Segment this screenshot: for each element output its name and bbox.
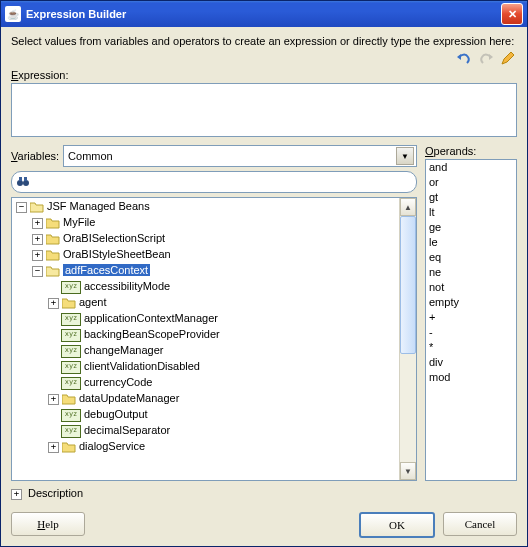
operand-item[interactable]: mod	[426, 370, 516, 385]
plus-icon: +	[11, 489, 22, 500]
tree-label: accessibilityMode	[84, 280, 170, 292]
tree-label: backingBeanScopeProvider	[84, 328, 220, 340]
help-button[interactable]: Help	[11, 512, 85, 536]
variables-label: Variables:	[11, 150, 59, 162]
minus-icon[interactable]: −	[16, 202, 27, 213]
tree-folder[interactable]: +dialogService	[48, 438, 416, 454]
operands-label: Operands:	[425, 145, 517, 157]
operands-list[interactable]: andorgtltgeleeqnenotempty+-*divmod	[425, 159, 517, 481]
variable-icon: xyz	[61, 361, 81, 374]
tree-variable[interactable]: xyzdecimalSeparator	[48, 422, 416, 438]
operand-item[interactable]: gt	[426, 190, 516, 205]
tree-label: adfFacesContext	[63, 264, 150, 276]
folder-icon	[30, 202, 44, 213]
tree-label: applicationContextManager	[84, 312, 218, 324]
operand-item[interactable]: empty	[426, 295, 516, 310]
tree-label: debugOutput	[84, 408, 148, 420]
window-title: Expression Builder	[26, 8, 501, 20]
tree-label: changeManager	[84, 344, 164, 356]
plus-icon[interactable]: +	[48, 442, 59, 453]
tree-folder[interactable]: −adfFacesContextxyzaccessibilityMode+age…	[32, 262, 416, 454]
app-icon: ☕	[5, 6, 21, 22]
tree-label: currencyCode	[84, 376, 152, 388]
tree-label: agent	[79, 296, 107, 308]
operand-item[interactable]: +	[426, 310, 516, 325]
plus-icon[interactable]: +	[32, 250, 43, 261]
scroll-down-button[interactable]: ▼	[400, 462, 416, 480]
operand-item[interactable]: not	[426, 280, 516, 295]
expression-label: Expression:	[11, 69, 517, 81]
folder-icon	[46, 266, 60, 277]
chevron-down-icon: ▼	[396, 147, 414, 165]
plus-icon[interactable]: +	[48, 394, 59, 405]
intro-text: Select values from variables and operato…	[11, 35, 517, 47]
operand-item[interactable]: -	[426, 325, 516, 340]
operand-item[interactable]: ge	[426, 220, 516, 235]
tree-variable[interactable]: xyzaccessibilityMode	[48, 278, 416, 294]
tree-folder[interactable]: +OraBIStyleSheetBean	[32, 246, 416, 262]
close-button[interactable]: ✕	[501, 3, 523, 25]
search-field[interactable]	[11, 171, 417, 193]
tree-label: JSF Managed Beans	[47, 200, 150, 212]
expression-input[interactable]	[11, 83, 517, 137]
description-toggle[interactable]: + Description	[11, 487, 517, 500]
variables-select[interactable]: Common ▼	[63, 145, 417, 167]
scroll-thumb[interactable]	[400, 216, 416, 354]
plus-icon[interactable]: +	[48, 298, 59, 309]
tree-variable[interactable]: xyzbackingBeanScopeProvider	[48, 326, 416, 342]
variable-icon: xyz	[61, 425, 81, 438]
tree-variable[interactable]: xyzapplicationContextManager	[48, 310, 416, 326]
tree-folder[interactable]: +dataUpdateManager	[48, 390, 416, 406]
variable-icon: xyz	[61, 313, 81, 326]
plus-icon[interactable]: +	[32, 234, 43, 245]
tree-variable[interactable]: xyzdebugOutput	[48, 406, 416, 422]
operand-item[interactable]: le	[426, 235, 516, 250]
edit-icon[interactable]	[499, 49, 517, 67]
tree-label: dialogService	[79, 440, 145, 452]
tree-folder[interactable]: +MyFile	[32, 214, 416, 230]
minus-icon[interactable]: −	[32, 266, 43, 277]
redo-icon	[477, 49, 495, 67]
svg-rect-3	[24, 177, 27, 181]
tree-label: OraBIStyleSheetBean	[63, 248, 171, 260]
tree-folder[interactable]: −JSF Managed Beans+MyFile+OraBISelection…	[16, 198, 416, 454]
tree-label: MyFile	[63, 216, 95, 228]
tree-label: decimalSeparator	[84, 424, 170, 436]
tree-label: OraBISelectionScript	[63, 232, 165, 244]
tree-variable[interactable]: xyzcurrencyCode	[48, 374, 416, 390]
folder-icon	[62, 298, 76, 309]
ok-button[interactable]: OK	[359, 512, 435, 538]
folder-icon	[46, 218, 60, 229]
folder-icon	[46, 250, 60, 261]
variable-icon: xyz	[61, 409, 81, 422]
operand-item[interactable]: ne	[426, 265, 516, 280]
titlebar: ☕ Expression Builder ✕	[1, 1, 527, 27]
operand-item[interactable]: div	[426, 355, 516, 370]
variable-icon: xyz	[61, 377, 81, 390]
search-input[interactable]	[32, 175, 416, 189]
svg-rect-2	[19, 177, 22, 181]
variables-tree[interactable]: −JSF Managed Beans+MyFile+OraBISelection…	[11, 197, 417, 481]
variable-icon: xyz	[61, 345, 81, 358]
tree-folder[interactable]: +agent	[48, 294, 416, 310]
operand-item[interactable]: lt	[426, 205, 516, 220]
tree-variable[interactable]: xyzchangeManager	[48, 342, 416, 358]
variable-icon: xyz	[61, 329, 81, 342]
operand-item[interactable]: eq	[426, 250, 516, 265]
folder-icon	[62, 394, 76, 405]
operand-item[interactable]: and	[426, 160, 516, 175]
operand-item[interactable]: *	[426, 340, 516, 355]
folder-icon	[62, 442, 76, 453]
folder-icon	[46, 234, 60, 245]
tree-folder[interactable]: +OraBISelectionScript	[32, 230, 416, 246]
scroll-up-button[interactable]: ▲	[400, 198, 416, 216]
undo-icon[interactable]	[455, 49, 473, 67]
tree-variable[interactable]: xyzclientValidationDisabled	[48, 358, 416, 374]
tree-scrollbar[interactable]: ▲ ▼	[399, 198, 416, 480]
plus-icon[interactable]: +	[32, 218, 43, 229]
operand-item[interactable]: or	[426, 175, 516, 190]
cancel-button[interactable]: Cancel	[443, 512, 517, 536]
binoculars-icon	[16, 175, 32, 189]
tree-label: clientValidationDisabled	[84, 360, 200, 372]
tree-label: dataUpdateManager	[79, 392, 179, 404]
